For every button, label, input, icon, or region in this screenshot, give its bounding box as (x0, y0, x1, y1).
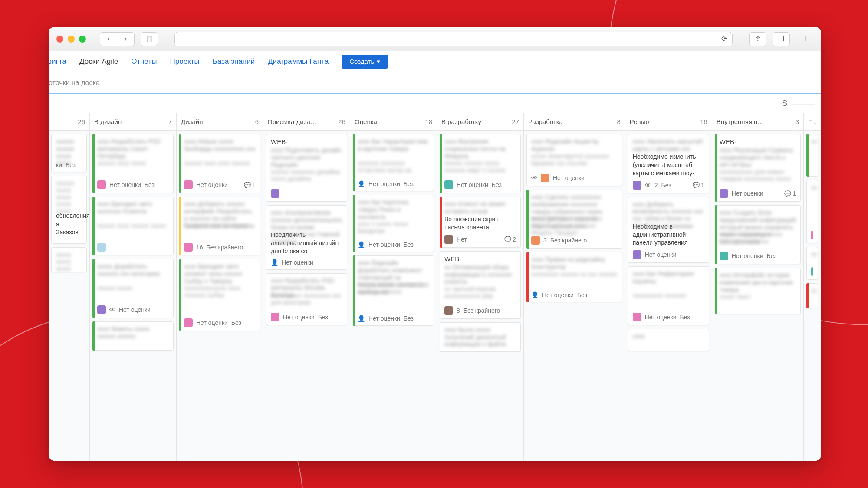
avatar (184, 318, 193, 327)
estimate-label: Нет оценки (732, 252, 763, 259)
url-bar[interactable]: ⟳ (174, 32, 733, 46)
card[interactable]: xxxx Увеличить масштаб карты с метками x… (628, 134, 709, 193)
nav-item-projects[interactable]: Проекты (170, 57, 200, 66)
card[interactable]: xxxx Добавить возможность xxxxxxx xxx xx… (628, 197, 709, 263)
card[interactable]: xx (806, 180, 818, 243)
column-otsenka: Оценка 18 xxxx Баг Характеристики в карт… (350, 113, 437, 461)
column-title: В разработку (441, 118, 481, 125)
card[interactable]: xxxx Редизайн Доработать компонент отвеч… (353, 255, 434, 326)
num-label: 2 (654, 182, 658, 189)
estimate-label: Нет оценки (457, 181, 488, 188)
column-title: Пр (808, 118, 816, 125)
nav-item-boards[interactable]: Доски Agile (79, 57, 118, 66)
card-text: Во вложении скрин письма клиента (444, 215, 516, 232)
avatar (97, 243, 106, 252)
card[interactable]: xxxxx xxxxx xxxxx (51, 247, 87, 272)
tabs-icon[interactable]: ❐ (773, 32, 790, 46)
sidebar-toggle-icon[interactable]: ▥ (141, 32, 158, 46)
card[interactable]: WEB- xxxx Подготовить дизайн третьего ди… (266, 134, 347, 202)
avatar (444, 306, 453, 315)
card[interactable]: xxxx Правки по редизайну Конструктор xxx… (526, 252, 622, 302)
estimate-label: Нет оценки (368, 241, 400, 248)
reload-icon[interactable]: ⟳ (721, 35, 727, 43)
share-icon[interactable]: ⇪ (749, 32, 766, 46)
board-search[interactable]: оточки на доске (49, 72, 821, 94)
card[interactable]: xxxx Брендинг авто силиент зоны xxxxxx С… (179, 259, 260, 331)
forward-button[interactable]: › (117, 32, 135, 46)
browser-toolbar: ‹ › ▥ ⟳ ⇪ ❐ + (49, 27, 821, 51)
filter-label[interactable]: S (782, 99, 787, 108)
new-tab-button[interactable]: + (798, 27, 813, 51)
estimate-label: Нет оценки (542, 291, 574, 298)
card[interactable]: xxxx Интерфейс истории изменения цен в к… (715, 268, 801, 314)
kanban-board: 26 xxxxxx xxxxxx xxxxx xxxxx киБез xxxxx… (49, 113, 821, 461)
card[interactable]: xxxx Баг Рефакторинг корзины xxxxxxxxxx … (628, 266, 709, 325)
card[interactable]: WEB- xxxx Реализация Сервиса соединяющег… (715, 134, 801, 202)
card[interactable]: xxxx Макеты xxxxx xxxxxx xxxxxx (92, 321, 174, 351)
card[interactable]: xx (806, 283, 818, 308)
card[interactable]: xxxxx Доработать xxxxxxx xxx категорию x… (92, 259, 174, 318)
num-label: 3 (543, 237, 547, 244)
column-count: 26 (338, 118, 345, 125)
card-tag: WEB- (444, 255, 516, 262)
card[interactable]: xxxx Баг Карточка товара Поиск и контекс… (353, 195, 434, 252)
user-icon (531, 291, 539, 298)
card[interactable]: xxxx Баг Характеристики в карточке товар… (353, 134, 434, 191)
card[interactable]: xxxx Были xxxxx получений дисконтый инфо… (440, 322, 521, 352)
nav-item-cut[interactable]: оринга (49, 57, 66, 66)
card[interactable]: xxxx Альтернативная xxxxxxx дополнительн… (266, 205, 347, 270)
card-text: Необходимо изменить (увеличить) масштаб … (633, 153, 704, 177)
card[interactable]: xxxx Брендинг авто xxxxxxxx Клиента xxxx… (92, 197, 174, 255)
deadline-label: Без крайнего (550, 237, 587, 244)
avatar (531, 236, 540, 245)
watch-icon (109, 306, 115, 313)
card[interactable]: xxxx Клиент не может оставить отзыв Во в… (440, 197, 521, 248)
avatar (271, 313, 279, 321)
card[interactable]: xxxx Внутрение социальных почты на Февра… (440, 134, 521, 193)
card[interactable]: xxxx Добавить xxxxxx интерфейс Разработа… (179, 197, 260, 255)
estimate-label: Нет оценки (645, 251, 677, 258)
app-nav: оринга Доски Agile Отчёты Проекты База з… (49, 51, 821, 72)
nav-item-gantt[interactable]: Диаграммы Ганта (268, 57, 329, 66)
column-dizain: Дизайн 6 xxxx Новые xxxxx билборды xxxxx… (177, 113, 263, 461)
card[interactable]: xxxx (628, 329, 709, 351)
card[interactable]: xxxx Новые xxxxx билборды xxxxxxxxxx xxx… (179, 134, 260, 193)
avatar (97, 180, 106, 189)
estimate-label: Нет оценки (368, 315, 400, 322)
comment-icon: 1 (693, 182, 704, 189)
chevron-down-icon: ▾ (377, 58, 380, 66)
column-count: 8 (617, 118, 620, 125)
card[interactable]: xxxx Разработать PSD материалы Санкт-Пет… (92, 134, 174, 193)
minimize-window-icon[interactable] (68, 36, 75, 43)
column-v-dizain: В дизайн 7 xxxx Разработать PSD материал… (90, 113, 177, 461)
column-title: Разработка (528, 118, 563, 125)
column-v-razrabotku: В разработку 27 xxxx Внутрение социальны… (437, 113, 524, 461)
estimate-label: Нет оценки (109, 181, 141, 188)
card[interactable]: xxxx Создать Блок предложений кофигураци… (715, 205, 801, 264)
card[interactable]: xxxx Редизайн Акция by Ауралах xxxxx Анк… (526, 134, 622, 186)
column-priyemka: Приемка диза… 26 WEB- xxxx Подготовить д… (263, 113, 350, 461)
card-text: обновления я Заказов (56, 212, 82, 236)
card[interactable]: xxxx Сделать xxxxxxxxxx изображения xxxx… (526, 190, 622, 249)
create-label: Создать (349, 58, 374, 65)
create-button[interactable]: Создать ▾ (342, 55, 388, 69)
column-internal: Внутренняя п… 3 WEB- xxxx Реализация Сер… (712, 113, 804, 461)
column-razrabotka: Разработка 8 xxxx Редизайн Акция by Аура… (524, 113, 625, 461)
avatar (720, 189, 728, 198)
card[interactable]: WEB- xx Оптимизация сбора информации о x… (440, 251, 521, 319)
back-button[interactable]: ‹ (100, 32, 117, 46)
maximize-window-icon[interactable] (79, 36, 86, 43)
card[interactable]: xx (806, 134, 818, 177)
card[interactable]: xxxxxx xxxxxx xxxxx xxxxx киБез (51, 134, 87, 172)
user-icon (358, 315, 365, 322)
card[interactable]: xxxxxx xxxxx xxxxx xxxxx xxxxx обновлени… (51, 176, 87, 244)
close-window-icon[interactable] (56, 36, 63, 43)
nav-item-kb[interactable]: База знаний (213, 57, 255, 66)
nav-item-reports[interactable]: Отчёты (131, 57, 157, 66)
card[interactable]: xx (806, 247, 818, 280)
card[interactable]: xxxx Разработать PSD материалы Москва Во… (266, 273, 347, 325)
avatar (97, 305, 106, 314)
deadline-label: Без крайнего (207, 244, 243, 251)
avatar (811, 231, 813, 239)
window-controls (56, 36, 86, 43)
